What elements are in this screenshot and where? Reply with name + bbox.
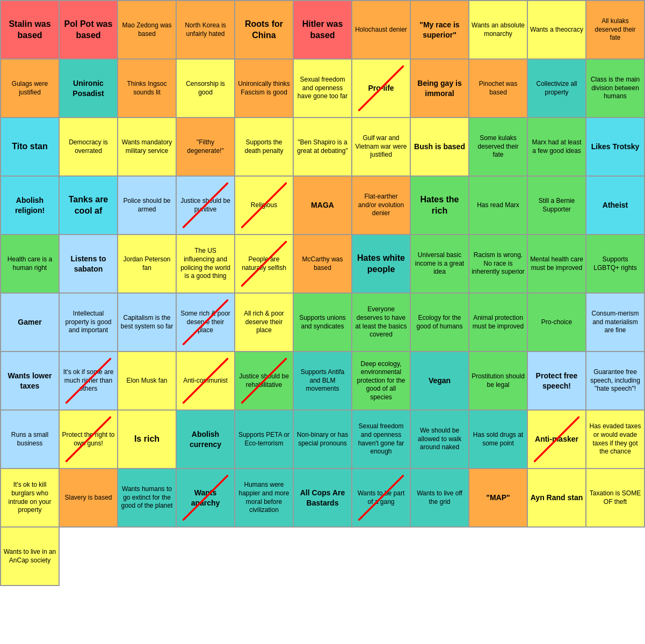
grid-cell: Intellectual property is good and import… [60, 294, 118, 352]
cell-text: Anti-communist [183, 377, 228, 385]
grid-cell: "Filthy degenerate!" [177, 118, 235, 177]
grid-cell: Pol Pot was based [60, 1, 118, 60]
cell-text: Has evaded taxes or would evade taxes if… [589, 422, 642, 456]
grid-cell: Jordan Peterson fan [118, 235, 177, 294]
grid-cell: Supports PETA or Eco-terrorism [235, 411, 294, 469]
cell-text: Sexual freedom and openness haven't gone… [354, 422, 408, 456]
grid-cell: "MAP" [469, 469, 528, 528]
cell-text: Wants to be part of a gang [354, 489, 408, 506]
grid-cell: Taxation is SOME OF theft [586, 469, 645, 528]
cell-text: Marx had at least a few good ideas [530, 138, 583, 155]
cell-text: Atheist [603, 200, 628, 210]
grid-cell: Justice should be rehabilitative [235, 352, 294, 411]
grid-cell: Racism is wrong. No race is inherently s… [469, 235, 528, 294]
cell-text: Protect the right to own guns! [62, 431, 115, 448]
grid-cell: Elon Musk fan [118, 352, 177, 411]
cell-text: Being gay is immoral [413, 78, 466, 98]
cell-text: Is rich [134, 434, 160, 445]
grid-cell: Everyone deserves to have at least the b… [352, 294, 411, 352]
grid-cell: Wants a theocracy [528, 1, 586, 60]
cell-text: Wants to live in an AnCap society [3, 548, 56, 565]
grid-cell: Some rich & poor deserve their place [177, 294, 235, 352]
grid-cell: The US influencing and policing the worl… [177, 235, 235, 294]
cell-text: "My race is superior" [413, 20, 466, 39]
grid-cell: Animal protection must be improved [469, 294, 528, 352]
grid-cell: It's ok if some are much richer than oth… [60, 352, 118, 411]
grid-cell: Wants lower taxes [1, 352, 60, 411]
cell-text: Listens to sabaton [62, 254, 115, 273]
cell-text: Police should be armed [120, 197, 173, 214]
cell-text: Hates white people [354, 253, 408, 275]
cell-text: It's ok if some are much richer than oth… [62, 368, 115, 393]
grid-cell: Abolish currency [177, 411, 235, 469]
cell-text: Supports PETA or Eco-terrorism [237, 431, 291, 448]
grid-cell: Wants humans to go extinct for the good … [118, 469, 177, 528]
cell-text: Holochaust denier [355, 26, 407, 34]
cell-text: Protect free speech! [530, 371, 583, 390]
cell-text: Roots for China [237, 19, 291, 41]
cell-text: Intellectual property is good and import… [62, 310, 115, 335]
grid-cell: Ecology for the good of humans [411, 294, 469, 352]
cell-text: Bush is based [414, 142, 465, 151]
cell-text: All Cops Are Bastards [296, 488, 349, 507]
grid-cell: North Korea is unfairly hated [177, 1, 235, 60]
grid-cell: Wants mandatory military service [118, 118, 177, 177]
cell-text: Pol Pot was based [62, 19, 115, 41]
cell-text: Wants humans to go extinct for the good … [120, 485, 173, 510]
grid-cell: Is rich [118, 411, 177, 469]
grid-cell: Wants an absolute monarchy [469, 1, 528, 60]
grid-cell: "Ben Shapiro is a great at debating" [294, 118, 352, 177]
bingo-grid: Stalin was basedPol Pot was basedMao Zed… [0, 0, 645, 586]
grid-cell: Hates the rich [411, 177, 469, 235]
grid-cell: Ayn Rand stan [528, 469, 586, 528]
cell-text: Wants mandatory military service [120, 138, 173, 155]
grid-cell: Anti-communist [177, 352, 235, 411]
grid-cell: Humans were happier and more moral befor… [235, 469, 294, 528]
grid-cell: Prostitution should be legal [469, 352, 528, 411]
grid-cell: Hates white people [352, 235, 411, 294]
grid-cell: Sexual freedom and openness haven't gone… [352, 411, 411, 469]
cell-text: Unironic Posadist [62, 78, 115, 98]
grid-cell: Abolish religion! [1, 177, 60, 235]
cell-text: All rich & poor deserve their place [237, 310, 291, 335]
grid-cell: Has sold drugs at some point [469, 411, 528, 469]
cell-text: Elon Musk fan [126, 377, 167, 385]
cell-text: Has sold drugs at some point [472, 431, 525, 448]
grid-cell: Listens to sabaton [60, 235, 118, 294]
cell-text: Supports the death penalty [237, 138, 291, 155]
grid-cell: Class is the main division between human… [586, 60, 645, 118]
cell-text: Racism is wrong. No race is inherently s… [472, 251, 525, 276]
cell-text: Jordan Peterson fan [120, 255, 173, 272]
cell-text: Thinks Ingsoc sounds lit [120, 80, 173, 97]
cell-text: Anti-masker [535, 434, 578, 444]
cell-text: Animal protection must be improved [472, 314, 525, 331]
cell-text: Collectivize all property [530, 80, 583, 97]
grid-cell: Police should be armed [118, 177, 177, 235]
cell-text: Abolish religion! [3, 195, 56, 215]
grid-cell: Unironic Posadist [60, 60, 118, 118]
grid-cell: Guarantee free speech, including "hate s… [586, 352, 645, 411]
cell-text: It's ok to kill burglars who intrude on … [3, 481, 56, 514]
cell-text: Supports LGBTQ+ rights [589, 255, 642, 272]
cell-text: Gamer [18, 317, 41, 327]
grid-cell: Likes Trotsky [586, 118, 645, 177]
cell-text: Prostitution should be legal [472, 372, 525, 389]
cell-text: Universal basic income is a great idea [413, 251, 466, 276]
grid-cell: Supports Antifa and BLM movements [294, 352, 352, 411]
cell-text: Guarantee free speech, including "hate s… [589, 368, 642, 393]
grid-cell: Pro-choice [528, 294, 586, 352]
cell-text: Consum-merism and materialism are fine [589, 310, 642, 335]
grid-cell: Consum-merism and materialism are fine [586, 294, 645, 352]
cell-text: Pro-choice [541, 318, 572, 327]
grid-cell: Being gay is immoral [411, 60, 469, 118]
grid-cell: Democracy is overrated [60, 118, 118, 177]
cell-text: Some kulaks deserved their fate [472, 134, 525, 159]
cell-text: Runs a small business [3, 431, 56, 448]
grid-cell: "My race is superior" [411, 1, 469, 60]
grid-cell: Wants to be part of a gang [352, 469, 411, 528]
grid-cell: Wants to live in an AnCap society [1, 528, 60, 586]
cell-text: Wants to live off the grid [413, 489, 466, 506]
cell-text: Ecology for the good of humans [413, 314, 466, 331]
grid-cell: Atheist [586, 177, 645, 235]
grid-cell: Tito stan [1, 118, 60, 177]
